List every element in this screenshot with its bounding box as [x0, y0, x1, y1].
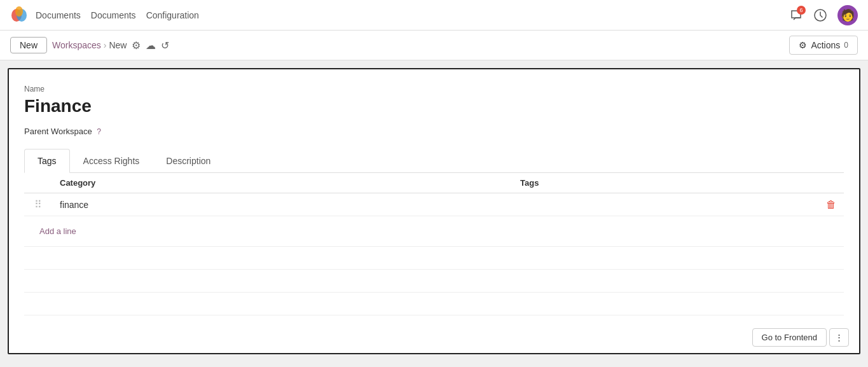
help-icon: ?: [97, 127, 101, 136]
app-logo[interactable]: [10, 6, 28, 24]
form-card: Name Finance Parent Workspace ? Tags Acc…: [8, 68, 860, 354]
actions-label: Actions: [811, 40, 840, 50]
upload-icon[interactable]: ☁: [146, 39, 156, 52]
form-body: Name Finance Parent Workspace ? Tags Acc…: [9, 69, 859, 326]
drag-handle-icon[interactable]: ⠿: [32, 199, 45, 210]
empty-row-3: [24, 293, 844, 315]
tags-table: Category Tags ⠿ finance 🗑: [24, 173, 844, 315]
svg-point-3: [15, 6, 23, 17]
add-line-row: Add a line: [24, 216, 844, 247]
clock-icon[interactable]: [813, 8, 827, 22]
action-col-header: [818, 173, 844, 193]
tab-description[interactable]: Description: [153, 149, 224, 173]
toolbar-left: New Workspaces › New ⚙ ☁ ↺: [10, 37, 784, 53]
breadcrumb: Workspaces › New: [52, 40, 127, 50]
form-footer: Go to Frontend ⋮: [742, 322, 859, 353]
actions-count: 0: [844, 41, 848, 50]
drag-handle-cell[interactable]: ⠿: [24, 193, 52, 216]
nav-left: Documents Documents Configuration: [10, 6, 199, 24]
add-line-cell: Add a line: [24, 216, 844, 247]
chat-icon[interactable]: 6: [789, 8, 803, 22]
drag-col-header: [24, 173, 52, 193]
top-navigation: Documents Documents Configuration 6 🧑: [0, 0, 868, 31]
breadcrumb-current: New: [109, 40, 127, 50]
breadcrumb-separator: ›: [104, 40, 107, 50]
goto-frontend-button[interactable]: Go to Frontend: [752, 328, 827, 347]
nav-links: Documents Documents Configuration: [36, 10, 199, 20]
table-row: ⠿ finance 🗑: [24, 193, 844, 216]
actions-gear-icon: ⚙: [799, 40, 807, 50]
empty-row-2: [24, 270, 844, 293]
new-button[interactable]: New: [10, 37, 47, 53]
delete-row-icon[interactable]: 🗑: [826, 199, 836, 211]
delete-cell[interactable]: 🗑: [818, 193, 844, 216]
toolbar: New Workspaces › New ⚙ ☁ ↺ ⚙ Actions 0: [0, 31, 868, 60]
actions-button[interactable]: ⚙ Actions 0: [789, 36, 858, 55]
category-cell[interactable]: finance: [52, 193, 513, 216]
parent-workspace-field: Parent Workspace ?: [24, 127, 844, 136]
tab-tags[interactable]: Tags: [24, 149, 70, 173]
nav-right: 6 🧑: [789, 5, 858, 25]
empty-row-1: [24, 247, 844, 270]
undo-icon[interactable]: ↺: [161, 39, 169, 52]
tab-access-rights[interactable]: Access Rights: [70, 149, 153, 173]
settings-icon[interactable]: ⚙: [132, 39, 141, 52]
breadcrumb-parent[interactable]: Workspaces: [52, 40, 101, 50]
toolbar-icons: ⚙ ☁ ↺: [132, 39, 169, 52]
nav-documents[interactable]: Documents: [91, 10, 136, 20]
name-label: Name: [24, 85, 844, 93]
main-area: Name Finance Parent Workspace ? Tags Acc…: [0, 60, 868, 362]
tags-col-header: Tags: [513, 173, 818, 193]
nav-documents-app[interactable]: Documents: [36, 10, 81, 20]
chat-badge: 6: [797, 6, 806, 15]
avatar[interactable]: 🧑: [837, 5, 858, 25]
more-options-button[interactable]: ⋮: [829, 328, 849, 347]
nav-configuration[interactable]: Configuration: [146, 10, 199, 20]
parent-workspace-label: Parent Workspace: [24, 127, 92, 136]
tabs-bar: Tags Access Rights Description: [24, 149, 844, 173]
add-line-link[interactable]: Add a line: [32, 221, 84, 241]
table-header-row: Category Tags: [24, 173, 844, 193]
tags-cell[interactable]: [513, 193, 818, 216]
name-value[interactable]: Finance: [24, 96, 844, 116]
category-col-header: Category: [52, 173, 513, 193]
